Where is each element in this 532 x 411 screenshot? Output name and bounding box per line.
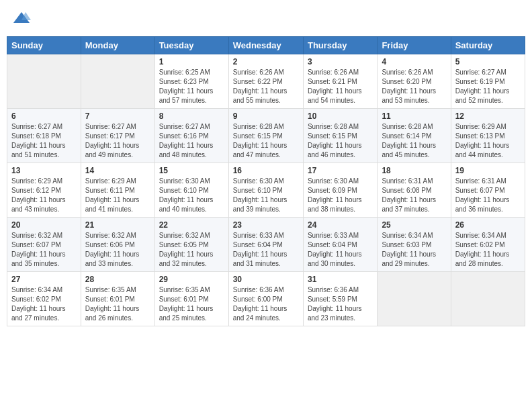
calendar-body: 1Sunrise: 6:25 AM Sunset: 6:23 PM Daylig… <box>7 54 525 326</box>
day-cell: 19Sunrise: 6:31 AM Sunset: 6:07 PM Dayli… <box>451 163 525 218</box>
day-cell: 22Sunrise: 6:32 AM Sunset: 6:05 PM Dayli… <box>154 218 228 272</box>
day-cell: 27Sunrise: 6:34 AM Sunset: 6:02 PM Dayli… <box>7 272 81 326</box>
day-cell <box>7 54 81 109</box>
day-number: 9 <box>233 111 299 121</box>
day-info: Sunrise: 6:27 AM Sunset: 6:17 PM Dayligh… <box>85 122 150 160</box>
day-cell: 26Sunrise: 6:34 AM Sunset: 6:02 PM Dayli… <box>451 218 525 272</box>
day-info: Sunrise: 6:28 AM Sunset: 6:15 PM Dayligh… <box>233 122 299 160</box>
day-number: 28 <box>85 275 150 284</box>
day-info: Sunrise: 6:29 AM Sunset: 6:13 PM Dayligh… <box>455 122 521 160</box>
day-number: 25 <box>382 220 446 230</box>
day-number: 8 <box>159 111 224 121</box>
header-day-tuesday: Tuesday <box>154 37 228 54</box>
day-cell: 13Sunrise: 6:29 AM Sunset: 6:12 PM Dayli… <box>7 163 81 218</box>
day-cell: 1Sunrise: 6:25 AM Sunset: 6:23 PM Daylig… <box>154 54 228 109</box>
day-number: 12 <box>455 111 521 121</box>
header-day-saturday: Saturday <box>451 37 525 54</box>
day-info: Sunrise: 6:27 AM Sunset: 6:16 PM Dayligh… <box>159 122 224 160</box>
logo <box>11 9 31 28</box>
day-number: 14 <box>85 166 150 175</box>
day-number: 15 <box>159 166 224 175</box>
day-info: Sunrise: 6:31 AM Sunset: 6:07 PM Dayligh… <box>455 177 521 214</box>
day-number: 19 <box>455 166 521 175</box>
day-cell: 29Sunrise: 6:35 AM Sunset: 6:01 PM Dayli… <box>154 272 228 326</box>
day-number: 16 <box>233 166 299 175</box>
day-info: Sunrise: 6:28 AM Sunset: 6:14 PM Dayligh… <box>382 122 446 160</box>
day-info: Sunrise: 6:25 AM Sunset: 6:23 PM Dayligh… <box>159 68 224 105</box>
day-cell: 15Sunrise: 6:30 AM Sunset: 6:10 PM Dayli… <box>154 163 228 218</box>
day-number: 5 <box>455 57 521 66</box>
header-row: SundayMondayTuesdayWednesdayThursdayFrid… <box>7 37 525 54</box>
day-number: 2 <box>233 57 299 66</box>
day-info: Sunrise: 6:30 AM Sunset: 6:09 PM Dayligh… <box>308 177 373 214</box>
day-info: Sunrise: 6:34 AM Sunset: 6:02 PM Dayligh… <box>455 231 521 269</box>
day-cell: 18Sunrise: 6:31 AM Sunset: 6:08 PM Dayli… <box>378 163 451 218</box>
day-info: Sunrise: 6:26 AM Sunset: 6:21 PM Dayligh… <box>308 68 373 105</box>
day-info: Sunrise: 6:34 AM Sunset: 6:03 PM Dayligh… <box>382 231 446 269</box>
day-cell: 7Sunrise: 6:27 AM Sunset: 6:17 PM Daylig… <box>81 109 154 163</box>
day-info: Sunrise: 6:36 AM Sunset: 5:59 PM Dayligh… <box>308 285 373 323</box>
header-day-monday: Monday <box>81 37 154 54</box>
day-info: Sunrise: 6:34 AM Sunset: 6:02 PM Dayligh… <box>11 285 77 323</box>
day-cell: 8Sunrise: 6:27 AM Sunset: 6:16 PM Daylig… <box>154 109 228 163</box>
header-day-sunday: Sunday <box>7 37 81 54</box>
calendar-table: SundayMondayTuesdayWednesdayThursdayFrid… <box>7 36 525 326</box>
day-cell: 23Sunrise: 6:33 AM Sunset: 6:04 PM Dayli… <box>228 218 303 272</box>
day-cell: 30Sunrise: 6:36 AM Sunset: 6:00 PM Dayli… <box>228 272 303 326</box>
day-cell: 9Sunrise: 6:28 AM Sunset: 6:15 PM Daylig… <box>228 109 303 163</box>
day-cell: 21Sunrise: 6:32 AM Sunset: 6:06 PM Dayli… <box>81 218 154 272</box>
day-info: Sunrise: 6:30 AM Sunset: 6:10 PM Dayligh… <box>159 177 224 214</box>
day-info: Sunrise: 6:26 AM Sunset: 6:20 PM Dayligh… <box>382 68 446 105</box>
day-info: Sunrise: 6:26 AM Sunset: 6:22 PM Dayligh… <box>233 68 299 105</box>
week-row-5: 27Sunrise: 6:34 AM Sunset: 6:02 PM Dayli… <box>7 272 525 326</box>
day-info: Sunrise: 6:35 AM Sunset: 6:01 PM Dayligh… <box>85 285 150 323</box>
day-info: Sunrise: 6:36 AM Sunset: 6:00 PM Dayligh… <box>233 285 299 323</box>
day-cell: 25Sunrise: 6:34 AM Sunset: 6:03 PM Dayli… <box>378 218 451 272</box>
header-day-friday: Friday <box>378 37 451 54</box>
logo-icon <box>12 9 31 28</box>
day-info: Sunrise: 6:32 AM Sunset: 6:05 PM Dayligh… <box>159 231 224 269</box>
day-number: 31 <box>308 275 373 284</box>
day-info: Sunrise: 6:33 AM Sunset: 6:04 PM Dayligh… <box>308 231 373 269</box>
day-cell: 4Sunrise: 6:26 AM Sunset: 6:20 PM Daylig… <box>378 54 451 109</box>
day-cell: 5Sunrise: 6:27 AM Sunset: 6:19 PM Daylig… <box>451 54 525 109</box>
week-row-3: 13Sunrise: 6:29 AM Sunset: 6:12 PM Dayli… <box>7 163 525 218</box>
day-cell: 20Sunrise: 6:32 AM Sunset: 6:07 PM Dayli… <box>7 218 81 272</box>
day-info: Sunrise: 6:28 AM Sunset: 6:15 PM Dayligh… <box>308 122 373 160</box>
page-header <box>7 7 525 31</box>
day-number: 24 <box>308 220 373 230</box>
day-number: 23 <box>233 220 299 230</box>
day-number: 26 <box>455 220 521 230</box>
day-number: 18 <box>382 166 446 175</box>
day-cell: 28Sunrise: 6:35 AM Sunset: 6:01 PM Dayli… <box>81 272 154 326</box>
day-cell <box>81 54 154 109</box>
week-row-1: 1Sunrise: 6:25 AM Sunset: 6:23 PM Daylig… <box>7 54 525 109</box>
day-info: Sunrise: 6:30 AM Sunset: 6:10 PM Dayligh… <box>233 177 299 214</box>
day-cell: 12Sunrise: 6:29 AM Sunset: 6:13 PM Dayli… <box>451 109 525 163</box>
day-number: 11 <box>382 111 446 121</box>
calendar-header: SundayMondayTuesdayWednesdayThursdayFrid… <box>7 37 525 54</box>
day-cell: 16Sunrise: 6:30 AM Sunset: 6:10 PM Dayli… <box>228 163 303 218</box>
day-info: Sunrise: 6:31 AM Sunset: 6:08 PM Dayligh… <box>382 177 446 214</box>
day-cell: 17Sunrise: 6:30 AM Sunset: 6:09 PM Dayli… <box>303 163 377 218</box>
day-number: 21 <box>85 220 150 230</box>
day-number: 3 <box>308 57 373 66</box>
day-number: 13 <box>11 166 77 175</box>
day-cell: 11Sunrise: 6:28 AM Sunset: 6:14 PM Dayli… <box>378 109 451 163</box>
day-info: Sunrise: 6:29 AM Sunset: 6:11 PM Dayligh… <box>85 177 150 214</box>
day-info: Sunrise: 6:33 AM Sunset: 6:04 PM Dayligh… <box>233 231 299 269</box>
day-number: 1 <box>159 57 224 66</box>
day-number: 7 <box>85 111 150 121</box>
day-info: Sunrise: 6:27 AM Sunset: 6:18 PM Dayligh… <box>11 122 77 160</box>
day-cell <box>451 272 525 326</box>
week-row-4: 20Sunrise: 6:32 AM Sunset: 6:07 PM Dayli… <box>7 218 525 272</box>
day-number: 30 <box>233 275 299 284</box>
day-info: Sunrise: 6:32 AM Sunset: 6:06 PM Dayligh… <box>85 231 150 269</box>
day-cell <box>378 272 451 326</box>
day-cell: 2Sunrise: 6:26 AM Sunset: 6:22 PM Daylig… <box>228 54 303 109</box>
day-info: Sunrise: 6:35 AM Sunset: 6:01 PM Dayligh… <box>159 285 224 323</box>
header-day-wednesday: Wednesday <box>228 37 303 54</box>
day-number: 20 <box>11 220 77 230</box>
day-info: Sunrise: 6:32 AM Sunset: 6:07 PM Dayligh… <box>11 231 77 269</box>
day-cell: 14Sunrise: 6:29 AM Sunset: 6:11 PM Dayli… <box>81 163 154 218</box>
